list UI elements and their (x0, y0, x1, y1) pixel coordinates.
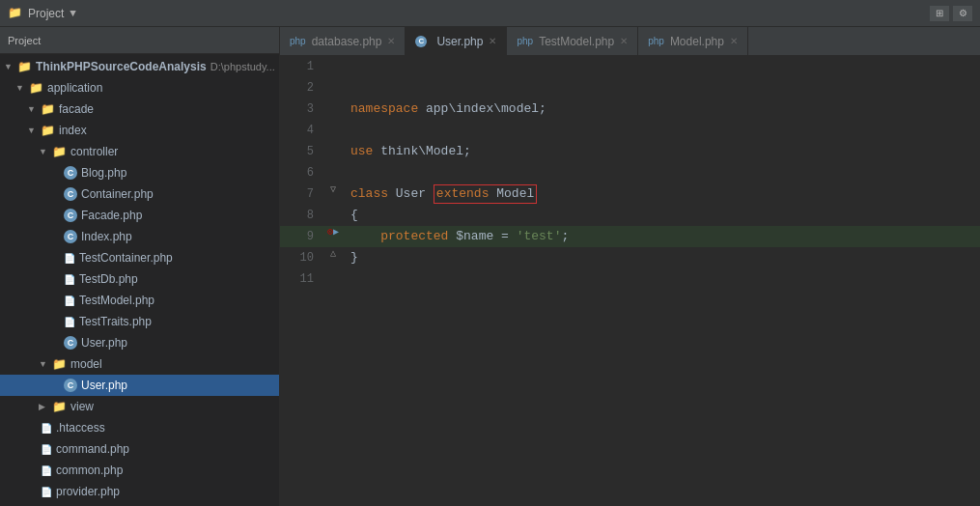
code-line-11: 11 (280, 268, 980, 290)
string-value: 'test' (517, 229, 562, 243)
tab-label: Model.php (670, 35, 724, 48)
sidebar-item-model[interactable]: ▼📁model (0, 353, 279, 375)
sidebar-tree[interactable]: ▼📁ThinkPHPSourceCodeAnalysisD:\phpstudy.… (0, 54, 279, 506)
class-icon: C (64, 166, 77, 180)
item-label: TestContainer.php (79, 251, 173, 265)
code-content-7: class User extends Model (343, 183, 537, 205)
folder-arrow: ▼ (39, 147, 50, 156)
php-file-icon: 📄 (64, 274, 75, 285)
tab-User-php[interactable]: CUser.php✕ (406, 27, 507, 55)
item-label: command.php (56, 442, 129, 456)
sidebar-item-index[interactable]: ▼📁index (0, 120, 279, 141)
line-gutter-10: △ (323, 247, 343, 259)
sidebar-item-view[interactable]: ▶📁view (0, 396, 279, 417)
code-content-5: use think\Model; (343, 141, 471, 162)
sidebar: Project ▼📁ThinkPHPSourceCodeAnalysisD:\p… (0, 27, 280, 506)
class-icon: C (64, 379, 77, 392)
sidebar-item-facade[interactable]: ▼📁facade (0, 98, 279, 120)
sidebar-item-provider-php[interactable]: 📄provider.php (0, 481, 279, 502)
sidebar-item-controller[interactable]: ▼📁controller (0, 141, 279, 162)
item-label: view (70, 400, 94, 413)
sidebar-item-command-php[interactable]: 📄command.php (0, 438, 279, 460)
settings-button[interactable]: ⚙ (953, 6, 972, 21)
editor-area: phpdatabase.php✕CUser.php✕phpTestModel.p… (280, 27, 980, 506)
model-class-name: Model (496, 186, 534, 201)
code-line-2: 2 (280, 77, 980, 98)
keyword-kw-class: class (350, 186, 388, 201)
line-number-11: 11 (280, 268, 323, 290)
item-label: Facade.php (81, 209, 142, 222)
sidebar-item--htaccess[interactable]: 📄.htaccess (0, 417, 279, 438)
fold-close-icon[interactable]: △ (330, 247, 336, 259)
fold-open-icon[interactable]: ▽ (330, 183, 336, 195)
code-line-4: 4 (280, 120, 980, 141)
folder-icon: 📁 (52, 145, 67, 158)
php-file-icon: 📄 (64, 317, 75, 327)
sidebar-item-tags-php[interactable]: 📄tags.php (0, 502, 279, 506)
line-number-2: 2 (280, 77, 323, 98)
sidebar-item-Index-php[interactable]: CIndex.php (0, 226, 279, 247)
php-file-icon: 📄 (41, 465, 52, 476)
sidebar-item-application[interactable]: ▼📁application (0, 77, 279, 98)
item-label: provider.php (56, 485, 120, 498)
folder-icon: 📁 (52, 400, 67, 413)
sidebar-title: Project (8, 35, 41, 46)
php-file-icon: 📄 (64, 295, 75, 306)
sidebar-item-TestContainer-php[interactable]: 📄TestContainer.php (0, 247, 279, 268)
item-label: TestModel.php (79, 294, 154, 307)
tab-close-button[interactable]: ✕ (489, 36, 496, 46)
sidebar-item-Facade-php[interactable]: CFacade.php (0, 205, 279, 226)
sidebar-header: Project (0, 27, 279, 54)
tab-close-button[interactable]: ✕ (730, 36, 738, 46)
line-number-6: 6 (280, 162, 323, 183)
folder-arrow: ▶ (39, 402, 50, 411)
title-bar: 📁 Project ▼ ⊞ ⚙ (0, 0, 980, 27)
tab-database-php[interactable]: phpdatabase.php✕ (280, 27, 406, 55)
item-label: .htaccess (56, 421, 105, 435)
sidebar-item-TestDb-php[interactable]: 📄TestDb.php (0, 268, 279, 290)
keyword-kw-use: use (350, 144, 373, 158)
keyword-kw-namespace: namespace (350, 101, 418, 116)
sidebar-item-common-php[interactable]: 📄common.php (0, 460, 279, 481)
code-editor[interactable]: 123namespace app\index\model;45use think… (280, 56, 980, 506)
tab-close-button[interactable]: ✕ (620, 36, 628, 46)
sidebar-root[interactable]: ▼📁ThinkPHPSourceCodeAnalysisD:\phpstudy.… (0, 56, 279, 77)
code-line-1: 1 (280, 56, 980, 77)
root-name: ThinkPHPSourceCodeAnalysis (36, 60, 207, 73)
code-text: ; (561, 229, 569, 243)
tab-Model-php[interactable]: phpModel.php✕ (638, 27, 748, 55)
sidebar-item-TestTraits-php[interactable]: 📄TestTraits.php (0, 311, 279, 332)
sidebar-item-User-php[interactable]: CUser.php (0, 332, 279, 353)
tab-php-icon: php (648, 36, 664, 46)
line-number-1: 1 (280, 56, 323, 77)
item-label: index (59, 124, 87, 137)
tab-TestModel-php[interactable]: phpTestModel.php✕ (507, 27, 638, 55)
folder-arrow: ▼ (15, 83, 27, 93)
code-text: think\Model; (373, 144, 470, 158)
line-number-5: 5 (280, 141, 323, 162)
extends-highlight: extends Model (434, 184, 537, 204)
debug-arrow-icon: ▶ (333, 226, 339, 238)
item-label: model (70, 357, 102, 371)
layout-button[interactable]: ⊞ (930, 6, 949, 21)
code-text: { (350, 208, 358, 222)
folder-icon: 📁 (41, 124, 55, 137)
sidebar-item-User-php[interactable]: CUser.php (0, 375, 279, 396)
folder-icon: 📁 (52, 357, 67, 371)
item-label: TestTraits.php (79, 315, 152, 328)
arrow-icon: ▼ (4, 62, 15, 71)
code-content-10: } (343, 247, 358, 268)
line-number-3: 3 (280, 98, 323, 120)
folder-arrow: ▼ (39, 359, 50, 369)
tab-close-button[interactable]: ✕ (387, 36, 395, 46)
sidebar-item-TestModel-php[interactable]: 📄TestModel.php (0, 290, 279, 311)
main-layout: Project ▼📁ThinkPHPSourceCodeAnalysisD:\p… (0, 27, 980, 506)
sidebar-item-Blog-php[interactable]: CBlog.php (0, 162, 279, 183)
sidebar-item-Container-php[interactable]: CContainer.php (0, 183, 279, 205)
item-label: Blog.php (81, 166, 126, 180)
tab-label: TestModel.php (539, 35, 614, 48)
dropdown-icon[interactable]: ▼ (70, 8, 76, 19)
folder-arrow: ▼ (27, 126, 39, 135)
line-number-10: 10 (280, 247, 323, 268)
class-icon: C (64, 187, 77, 201)
